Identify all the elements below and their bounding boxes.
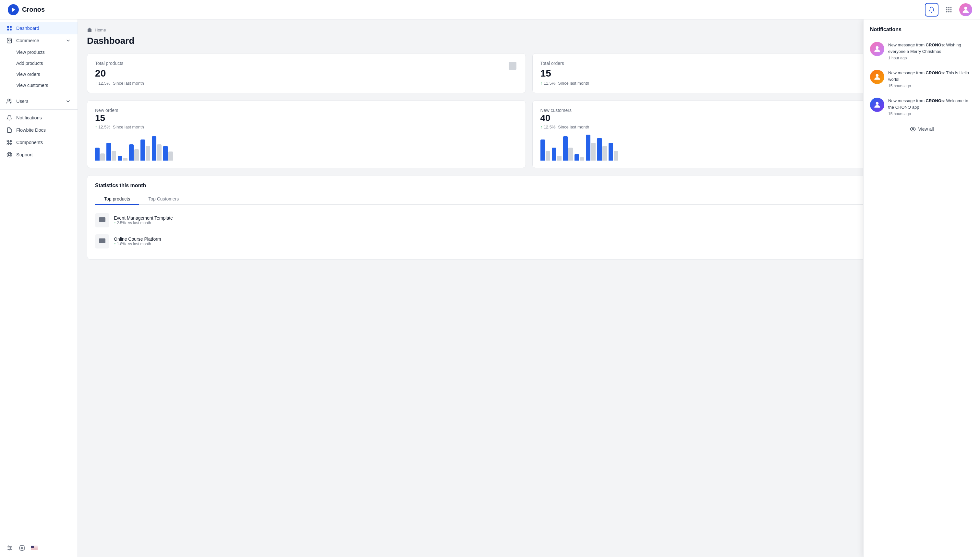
stat-card-products: Total products 20 ↑ 12.5% Since last mon… bbox=[87, 53, 526, 93]
cbar-12 bbox=[602, 146, 607, 161]
svg-point-57 bbox=[876, 46, 879, 49]
commerce-chevron-icon bbox=[65, 37, 71, 44]
svg-rect-18 bbox=[10, 140, 12, 142]
new-orders-change-pct: 12.5% bbox=[98, 125, 110, 129]
svg-line-26 bbox=[10, 153, 11, 154]
topnav-left: Cronos bbox=[8, 4, 45, 15]
svg-rect-40 bbox=[31, 548, 37, 549]
new-orders-change-label: Since last month bbox=[113, 125, 144, 129]
notif-avatar-3 bbox=[870, 98, 884, 112]
notif-content-3: New message from CRONOs: Welcome to the … bbox=[888, 98, 973, 116]
users-icon bbox=[7, 98, 12, 104]
svg-line-25 bbox=[10, 155, 11, 156]
grid-apps-button[interactable] bbox=[943, 4, 955, 16]
view-all-button[interactable]: View all bbox=[864, 121, 980, 137]
sidebar-item-commerce[interactable]: Commerce bbox=[0, 34, 78, 47]
breadcrumb-home[interactable]: Home bbox=[95, 28, 106, 33]
sidebar-item-flowbite-docs[interactable]: Flowbite Docs bbox=[0, 124, 78, 136]
svg-rect-17 bbox=[7, 140, 9, 142]
svg-line-27 bbox=[8, 155, 9, 156]
svg-rect-9 bbox=[951, 11, 952, 12]
notif-avatar-icon-3 bbox=[873, 101, 881, 109]
flag-icon[interactable] bbox=[31, 545, 37, 552]
tab-top-products[interactable]: Top products bbox=[95, 194, 139, 205]
notif-avatar-icon-1 bbox=[873, 45, 881, 53]
cbar-6 bbox=[568, 148, 573, 161]
tab-top-customers[interactable]: Top Customers bbox=[139, 194, 188, 205]
sliders-icon[interactable] bbox=[7, 545, 13, 552]
notif-content-2: New message from CRONOs: This is Hello w… bbox=[888, 70, 973, 88]
notif-avatar-1 bbox=[870, 42, 884, 56]
svg-line-24 bbox=[8, 153, 9, 154]
notif-avatar-2 bbox=[870, 70, 884, 84]
sidebar-item-view-products[interactable]: View products bbox=[0, 47, 78, 58]
product-change-2: ↑ 1.8% vs last month bbox=[114, 242, 161, 246]
sidebar-item-view-customers[interactable]: View customers bbox=[0, 80, 78, 91]
sidebar-item-users[interactable]: Users bbox=[0, 95, 78, 107]
topnav-right bbox=[925, 3, 972, 16]
product-info-2: Online Course Platform ↑ 1.8% vs last mo… bbox=[114, 236, 161, 246]
sidebar-item-dashboard[interactable]: Dashboard bbox=[0, 22, 78, 34]
cbar-8 bbox=[580, 157, 584, 161]
bar-group-4 bbox=[129, 144, 139, 161]
notification-item-2: New message from CRONOs: This is Hello w… bbox=[864, 65, 980, 93]
product-change-1: ↑ 2.5% vs last month bbox=[114, 221, 173, 225]
dashboard-icon bbox=[7, 25, 12, 31]
svg-point-60 bbox=[912, 129, 913, 130]
svg-rect-8 bbox=[948, 11, 949, 12]
user-avatar[interactable] bbox=[959, 3, 972, 16]
svg-rect-3 bbox=[951, 7, 952, 8]
sidebar-item-support[interactable]: Support bbox=[0, 148, 78, 161]
sidebar-item-components[interactable]: Components bbox=[0, 136, 78, 148]
stat-card-orders-info: Total orders 15 ↑ 11.5% Since last month bbox=[540, 61, 589, 86]
notif-time-1: 1 hour ago bbox=[888, 56, 973, 60]
eye-icon bbox=[910, 126, 916, 132]
product-thumb-2 bbox=[95, 234, 109, 249]
app-name: Cronos bbox=[22, 6, 45, 13]
settings-icon[interactable] bbox=[19, 545, 25, 552]
cbar-4 bbox=[557, 156, 562, 161]
notif-text-1: New message from CRONOs: Wishing everyon… bbox=[888, 42, 973, 54]
sidebar-item-add-products[interactable]: Add products bbox=[0, 58, 78, 69]
stat-products-change-pct: 12.5% bbox=[98, 81, 110, 86]
page-title: Dashboard bbox=[87, 36, 971, 46]
cbar-group-6 bbox=[597, 138, 607, 161]
cbar-14 bbox=[614, 151, 618, 161]
stat-orders-value: 15 bbox=[540, 68, 589, 79]
table-icon bbox=[507, 61, 518, 72]
bar-7 bbox=[129, 144, 133, 161]
notif-prefix-1: New message from bbox=[888, 42, 926, 47]
svg-rect-54 bbox=[99, 238, 106, 243]
svg-rect-4 bbox=[946, 9, 947, 10]
bar-11 bbox=[152, 136, 156, 161]
new-orders-bar-chart bbox=[95, 135, 518, 161]
stat-orders-label: Total orders bbox=[540, 61, 589, 66]
bar-2 bbox=[100, 153, 105, 161]
cbar-group-5 bbox=[586, 135, 596, 161]
svg-rect-1 bbox=[946, 7, 947, 8]
sidebar-item-dashboard-label: Dashboard bbox=[16, 26, 71, 31]
svg-point-59 bbox=[876, 102, 879, 105]
bar-10 bbox=[146, 146, 150, 161]
notifications-button[interactable] bbox=[925, 3, 938, 16]
product-row-2: Online Course Platform ↑ 1.8% vs last mo… bbox=[95, 231, 963, 252]
notif-prefix-3: New message from bbox=[888, 98, 926, 103]
sidebar-main-section: Dashboard Commerce View products Add pro… bbox=[0, 20, 78, 163]
svg-rect-19 bbox=[9, 142, 10, 144]
sidebar-item-notifications[interactable]: Notifications bbox=[0, 112, 78, 124]
commerce-icon bbox=[7, 37, 12, 44]
cbar-group-7 bbox=[609, 143, 618, 161]
product-change-pct-2: 1.8% bbox=[117, 242, 125, 246]
notif-time-3: 15 hours ago bbox=[888, 112, 973, 116]
svg-rect-5 bbox=[948, 9, 949, 10]
notif-avatar-icon-2 bbox=[873, 73, 881, 81]
notifications-icon bbox=[7, 115, 12, 121]
new-customers-change-pct: 12.5% bbox=[544, 125, 556, 129]
cbar-10 bbox=[591, 143, 596, 161]
bar-group-5 bbox=[140, 140, 150, 161]
stats-section: Statistics this month Top products Top C… bbox=[87, 175, 971, 259]
notification-item-3: New message from CRONOs: Welcome to the … bbox=[864, 93, 980, 121]
bar-group-6 bbox=[152, 136, 161, 161]
stats-section-title: Statistics this month bbox=[95, 182, 963, 189]
sidebar-item-view-orders[interactable]: View orders bbox=[0, 69, 78, 80]
